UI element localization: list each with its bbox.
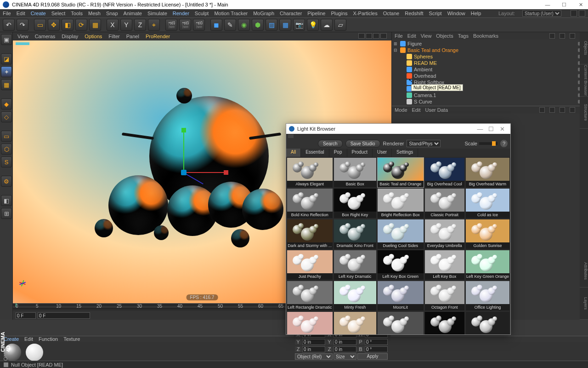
menu-tools[interactable]: Tools	[71, 11, 83, 16]
lkb-preset[interactable]: Big Overhead Cool	[425, 158, 464, 187]
lkb-tab-all[interactable]: All	[286, 149, 301, 157]
attr-up-icon[interactable]	[560, 107, 565, 113]
object-row[interactable]: S Curve	[394, 98, 586, 105]
lkb-scale-slider[interactable]	[479, 142, 498, 145]
lkb-preset[interactable]: Everyday Umbrella	[425, 219, 464, 249]
frame-start-input[interactable]	[16, 312, 36, 319]
objmenu-file[interactable]: File	[395, 33, 403, 39]
lkb-preset[interactable]: Dueling Cool Sides	[378, 219, 424, 249]
lkb-preset[interactable]: Dramatic Kino Front	[334, 219, 376, 249]
axis-y-toggle[interactable]: Y	[120, 19, 132, 31]
attrmenu-user-data[interactable]: User Data	[425, 107, 448, 113]
obj-view-icon[interactable]	[560, 33, 565, 39]
lkb-renderer-select[interactable]: Stand/Phys	[407, 140, 441, 147]
menu-mograph[interactable]: MoGraph	[253, 11, 274, 16]
undo-button[interactable]: ↶	[3, 19, 15, 31]
tab-content[interactable]: Content Browser	[580, 64, 588, 97]
objmenu-bookmarks[interactable]: Bookmarks	[473, 33, 498, 39]
menu-file[interactable]: File	[3, 11, 11, 16]
world-axis-toggle[interactable]: ⌖	[148, 19, 160, 31]
tab-structure[interactable]: Structure	[580, 97, 588, 129]
rotate-tool[interactable]: ⟳	[75, 19, 87, 31]
menu-edit[interactable]: Edit	[17, 11, 25, 16]
lkb-help-button[interactable]: ?	[500, 140, 508, 147]
menu-window[interactable]: Window	[447, 11, 465, 16]
add-light-button[interactable]: 💡	[307, 19, 319, 31]
obj-filter-icon[interactable]	[570, 33, 575, 39]
texture-mode-button[interactable]: ▦	[1, 79, 12, 90]
lkb-preset[interactable]: Cold as Ice	[466, 189, 509, 218]
menu-select[interactable]: Select	[51, 11, 66, 16]
attr-lock-icon[interactable]	[570, 107, 575, 113]
menu-help[interactable]: Help	[471, 11, 481, 16]
matmenu-function[interactable]: Function	[39, 336, 58, 342]
add-camera-button[interactable]: 📷	[293, 19, 305, 31]
add-generator-button[interactable]: ⬢	[252, 19, 264, 31]
menu-render[interactable]: Render	[173, 11, 189, 16]
object-row[interactable]: Spheres	[394, 53, 586, 60]
menu-redshift[interactable]: Redshift	[405, 11, 423, 16]
lkb-preset[interactable]: Left Key Box Green	[378, 250, 424, 280]
light-kit-browser-window[interactable]: Light Kit Browser — ☐ ✕ Search Save Stud…	[286, 123, 511, 335]
lkb-preset[interactable]: Round Top Reflections	[466, 312, 509, 334]
select-tool[interactable]: ▭	[34, 19, 46, 31]
snap-button[interactable]: ⊞	[1, 208, 12, 219]
make-editable-button[interactable]: ▣	[1, 34, 12, 45]
lkb-menu-icon[interactable]	[288, 134, 294, 138]
lkb-preset[interactable]: Basic Teal and Orange	[378, 158, 424, 187]
lkb-preset[interactable]: Right Rectangle Warm	[334, 312, 376, 334]
menu-x-particles[interactable]: X-Particles	[353, 11, 378, 16]
viewmenu-options[interactable]: Options	[85, 34, 102, 39]
render-view-button[interactable]: 🎬	[165, 19, 177, 31]
layout-select[interactable]: Startup (User)	[522, 10, 561, 17]
add-floor-button[interactable]: ▱	[334, 19, 346, 31]
viewmenu-panel[interactable]: Panel	[126, 34, 139, 39]
attrmenu-edit[interactable]: Edit	[412, 107, 421, 113]
lkb-preset[interactable]: Always Elegant	[287, 158, 333, 187]
layout-icon-2[interactable]	[579, 10, 585, 17]
lkb-save-studio-button[interactable]: Save Studio	[345, 140, 380, 148]
add-pen-button[interactable]: ✎	[224, 19, 236, 31]
menu-simulate[interactable]: Simulate	[147, 11, 167, 16]
lkb-preset[interactable]: Pink Sunset	[287, 312, 333, 334]
objmenu-tags[interactable]: Tags	[458, 33, 469, 39]
menu-script[interactable]: Script	[429, 11, 442, 16]
lkb-preset[interactable]: Minty Fresh	[334, 281, 376, 310]
matmenu-edit[interactable]: Edit	[24, 336, 33, 342]
lkb-preset[interactable]: Office Lighting	[466, 281, 509, 310]
viewmenu-view[interactable]: View	[17, 34, 28, 39]
menu-animate[interactable]: Animate	[124, 11, 142, 16]
menu-snap[interactable]: Snap	[106, 11, 118, 16]
coord-mode-select[interactable]: Object (Rel)	[295, 353, 333, 360]
lkb-tab-product[interactable]: Product	[347, 149, 373, 157]
lkb-preset[interactable]: Rimlight Pedestal	[425, 312, 464, 334]
viewport-solo-button[interactable]: ◧	[1, 195, 12, 206]
menu-mesh[interactable]: Mesh	[88, 11, 101, 16]
attr-back-icon[interactable]	[539, 107, 545, 113]
layout-icon-1[interactable]	[571, 10, 577, 17]
menu-sculpt[interactable]: Sculpt	[195, 11, 209, 16]
lkb-preset[interactable]: Big Overhead Warm	[466, 158, 509, 187]
lkb-preset[interactable]: Octagon Front	[425, 281, 464, 310]
lkb-preset[interactable]: Basic Box	[334, 158, 376, 187]
maximize-button[interactable]: ☐	[560, 2, 569, 8]
lkb-preset[interactable]: Box Right Key	[334, 189, 376, 218]
coord-input[interactable]	[334, 346, 356, 352]
view-icon-1[interactable]	[358, 33, 365, 39]
lkb-preset[interactable]: Left Rectangle Dramatic	[287, 281, 333, 310]
coord-apply-button[interactable]: Apply	[357, 353, 388, 360]
object-row[interactable]: READ ME	[394, 60, 586, 66]
lkb-preset[interactable]: Bright Reflection Box	[378, 189, 424, 218]
add-deformer-button[interactable]: ▨	[266, 19, 277, 31]
lkb-tab-settings[interactable]: Settings	[392, 149, 418, 157]
move-tool[interactable]: ✥	[48, 19, 60, 31]
lkb-search-button[interactable]: Search	[318, 140, 343, 148]
coord-input[interactable]	[302, 346, 325, 352]
menu-octane[interactable]: Octane	[383, 11, 399, 16]
lkb-preset[interactable]: Classic Portrait	[425, 189, 464, 218]
object-row[interactable]: ⊟ Basic Teal and Orange	[394, 47, 586, 53]
tweak-button[interactable]: ⚙	[1, 176, 12, 187]
objmenu-objects[interactable]: Objects	[436, 33, 453, 39]
lkb-tab-pop[interactable]: Pop	[329, 149, 347, 157]
coord-size-select[interactable]: Size	[334, 353, 356, 360]
